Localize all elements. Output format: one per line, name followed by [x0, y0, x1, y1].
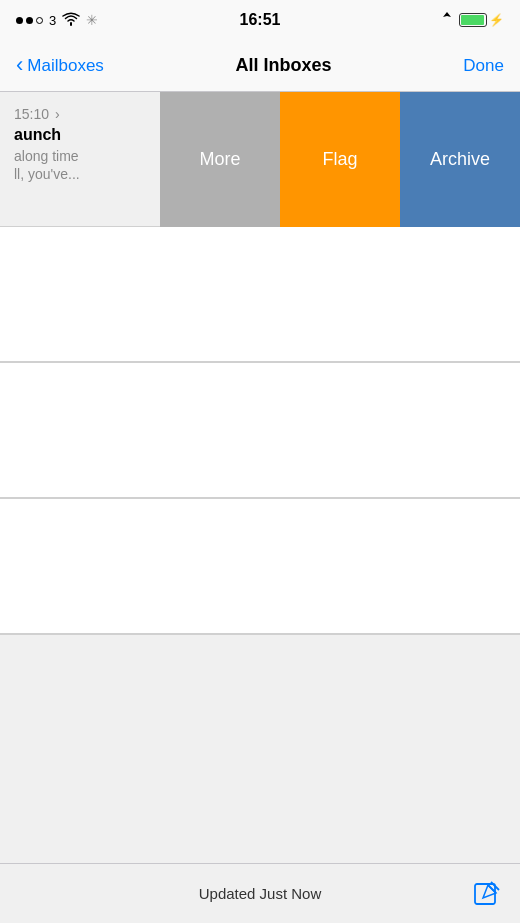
empty-email-row-2[interactable] — [0, 363, 520, 498]
flag-action-button[interactable]: Flag — [280, 92, 400, 227]
nav-bar: ‹ Mailboxes All Inboxes Done — [0, 40, 520, 92]
bolt-icon: ⚡ — [489, 13, 504, 27]
email-time-chevron-icon: › — [55, 106, 60, 122]
signal-dot-2 — [26, 17, 33, 24]
nav-back-label: Mailboxes — [27, 56, 104, 76]
nav-done-button[interactable]: Done — [463, 56, 504, 76]
wifi-icon — [62, 12, 80, 29]
email-time-row: 15:10 › — [14, 106, 148, 122]
email-preview-line1: along time — [14, 148, 148, 164]
back-chevron-icon: ‹ — [16, 54, 23, 76]
battery-fill — [461, 15, 484, 25]
email-content: 15:10 › aunch along time ll, you've... — [0, 92, 160, 227]
loading-icon: ✳ — [86, 12, 98, 28]
email-sender: aunch — [14, 126, 148, 144]
signal-dot-3 — [36, 17, 43, 24]
mail-list: 15:10 › aunch along time ll, you've... M… — [0, 92, 520, 635]
empty-email-row-3[interactable] — [0, 499, 520, 634]
empty-email-row-1[interactable] — [0, 227, 520, 362]
email-time: 15:10 — [14, 106, 49, 122]
swipe-actions: More Flag Archive — [160, 92, 520, 227]
signal-dot-1 — [16, 17, 23, 24]
nav-back-button[interactable]: ‹ Mailboxes — [16, 56, 104, 76]
email-preview-line2: ll, you've... — [14, 166, 148, 182]
location-icon — [441, 12, 453, 29]
signal-dots — [16, 17, 43, 24]
status-bar: 3 ✳ 16:51 ⚡ — [0, 0, 520, 40]
compose-button[interactable] — [472, 879, 502, 909]
nav-title: All Inboxes — [236, 55, 332, 76]
more-action-button[interactable]: More — [160, 92, 280, 227]
status-time: 16:51 — [240, 11, 281, 29]
carrier-label: 3 — [49, 13, 56, 28]
email-row[interactable]: 15:10 › aunch along time ll, you've... M… — [0, 92, 520, 227]
divider-3 — [0, 634, 520, 635]
archive-action-button[interactable]: Archive — [400, 92, 520, 227]
status-right: ⚡ — [441, 12, 504, 29]
footer-updated-text: Updated Just Now — [199, 885, 322, 902]
battery-container: ⚡ — [459, 13, 504, 27]
status-left: 3 ✳ — [16, 12, 98, 29]
battery-icon — [459, 13, 487, 27]
compose-icon — [473, 880, 501, 908]
footer: Updated Just Now — [0, 863, 520, 923]
